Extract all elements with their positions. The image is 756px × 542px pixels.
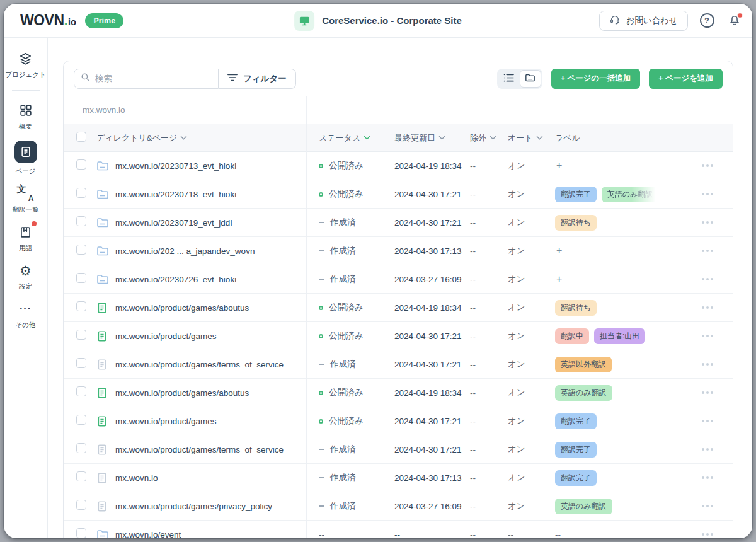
add-label-button[interactable]: + xyxy=(555,274,563,284)
column-header-auto[interactable]: オート xyxy=(508,132,555,144)
row-path[interactable]: mx.wovn.io/20230726_evt_hioki xyxy=(115,275,306,284)
table-row[interactable]: mx.wovn.io/product/games/privacy_policy … xyxy=(64,492,733,521)
row-menu-button[interactable] xyxy=(699,474,716,481)
row-menu-button[interactable] xyxy=(699,304,716,311)
row-labels: 翻訳完了英語のみ翻訳 xyxy=(555,187,692,202)
table-row[interactable]: mx.wovn.io/product/games/aboutus 公開済み 20… xyxy=(64,379,733,407)
sidebar-item-project[interactable]: プロジェクト xyxy=(4,50,47,79)
sidebar-item-overview[interactable]: 概要 xyxy=(4,102,47,131)
sidebar-item-glossary[interactable]: 用語 xyxy=(4,224,47,253)
list-view-button[interactable] xyxy=(498,70,520,88)
table-row[interactable]: mx.wovn.io/20230713_evt_hioki 公開済み 2024-… xyxy=(64,152,733,180)
row-checkbox[interactable] xyxy=(76,528,86,538)
search-icon xyxy=(81,72,90,84)
row-menu-button[interactable] xyxy=(699,502,716,510)
breadcrumb[interactable]: mx.wovn.io xyxy=(64,96,733,124)
row-menu-button[interactable] xyxy=(699,360,716,368)
row-path[interactable]: mx.wovn.io/product/games xyxy=(115,417,306,426)
row-exclusion: -- xyxy=(470,360,508,369)
row-checkbox[interactable] xyxy=(76,500,86,510)
row-exclusion: -- xyxy=(470,303,508,313)
notifications-button[interactable] xyxy=(726,12,743,30)
table-row[interactable]: mx.wovn.io/product/games 公開済み 2024-04-30… xyxy=(64,322,733,350)
contact-button[interactable]: お問い合わせ xyxy=(599,11,688,31)
label-badge: 英語のみ翻訳 xyxy=(602,187,659,202)
pages-card: フィルター xyxy=(63,61,733,538)
table-row[interactable]: mx.wovn.io/20230719_evt_jddl 作成済 2024-04… xyxy=(64,209,733,237)
row-checkbox[interactable] xyxy=(76,443,86,453)
sidebar-item-translations[interactable]: 文A 翻訳一覧 xyxy=(4,185,47,214)
site-title: CoreService.io - Corporate Site xyxy=(322,15,462,26)
row-path[interactable]: mx.wovn.io/20230718_evt_hioki xyxy=(115,190,306,199)
row-path[interactable]: mx.wovn.io/product/games/aboutus xyxy=(115,388,306,398)
column-header-exclusion[interactable]: 除外 xyxy=(470,132,508,144)
row-checkbox[interactable] xyxy=(76,188,86,198)
folder-view-button[interactable] xyxy=(520,70,541,88)
row-type-icon xyxy=(96,387,115,399)
wovn-logo[interactable]: WOVN.io xyxy=(20,12,76,29)
table-row[interactable]: mx.wovn.io/product/games/aboutus 公開済み 20… xyxy=(64,294,733,322)
row-checkbox[interactable] xyxy=(76,216,86,226)
sidebar-item-more[interactable]: ··· その他 xyxy=(4,301,47,330)
add-page-button[interactable]: + ページを追加 xyxy=(649,69,723,89)
table-row[interactable]: mx.wovn.io/20230718_evt_hioki 公開済み 2024-… xyxy=(64,180,733,209)
bulk-add-pages-button[interactable]: + ページの一括追加 xyxy=(551,69,641,89)
row-path[interactable]: mx.wovn.io/product/games/terms_of_servic… xyxy=(115,360,306,369)
site-selector[interactable]: CoreService.io - Corporate Site xyxy=(294,4,462,37)
select-all-checkbox[interactable] xyxy=(76,132,86,142)
table-row[interactable]: mx.wovn.io 作成済 2024-04-30 17:13 -- オン 翻訳… xyxy=(64,464,733,492)
row-menu-button[interactable] xyxy=(699,162,716,170)
table-row[interactable]: mx.wovn.io/product/games/terms_of_servic… xyxy=(64,350,733,379)
row-path[interactable]: mx.wovn.io/202 ... a_japandev_wovn xyxy=(115,246,306,256)
table-row[interactable]: mx.wovn.io/event -- -- -- -- -- xyxy=(64,521,733,538)
row-labels: 翻訳完了 xyxy=(555,442,692,458)
table-row[interactable]: mx.wovn.io/product/games/terms_of_servic… xyxy=(64,435,733,464)
row-labels: -- xyxy=(555,530,692,539)
row-path[interactable]: mx.wovn.io/event xyxy=(115,530,306,539)
status-text: 作成済 xyxy=(330,245,356,257)
row-exclusion: -- xyxy=(470,218,508,228)
row-auto: オン xyxy=(508,217,555,228)
row-status: 公開済み xyxy=(306,302,394,313)
row-checkbox[interactable] xyxy=(76,358,86,368)
row-checkbox[interactable] xyxy=(76,386,86,396)
filter-button[interactable]: フィルター xyxy=(219,69,296,89)
row-path[interactable]: mx.wovn.io/product/games/terms_of_servic… xyxy=(115,445,306,454)
row-path[interactable]: mx.wovn.io/20230719_evt_jddl xyxy=(115,218,306,228)
row-menu-button[interactable] xyxy=(699,332,716,340)
row-menu-button[interactable] xyxy=(699,417,716,425)
row-menu-button[interactable] xyxy=(699,247,716,255)
row-path[interactable]: mx.wovn.io xyxy=(115,473,306,483)
row-checkbox[interactable] xyxy=(76,245,86,255)
row-menu-button[interactable] xyxy=(699,389,716,396)
row-menu-button[interactable] xyxy=(699,219,716,226)
row-menu-button[interactable] xyxy=(699,275,716,283)
row-menu-button[interactable] xyxy=(699,190,716,198)
sidebar-item-pages[interactable]: ページ xyxy=(4,141,47,176)
row-checkbox[interactable] xyxy=(76,273,86,283)
row-checkbox[interactable] xyxy=(76,471,86,481)
column-header-updated[interactable]: 最終更新日 xyxy=(394,132,470,144)
column-header-path[interactable]: ディレクトリ&ページ xyxy=(96,132,306,144)
search-input[interactable] xyxy=(95,74,212,83)
row-path[interactable]: mx.wovn.io/product/games/aboutus xyxy=(115,303,306,313)
row-menu-button[interactable] xyxy=(699,531,716,538)
column-header-status[interactable]: ステータス xyxy=(306,132,394,144)
row-checkbox[interactable] xyxy=(76,301,86,311)
row-checkbox[interactable] xyxy=(76,159,86,170)
help-button[interactable]: ? xyxy=(698,12,716,30)
table-row[interactable]: mx.wovn.io/202 ... a_japandev_wovn 作成済 2… xyxy=(64,237,733,265)
row-checkbox[interactable] xyxy=(76,415,86,425)
row-path[interactable]: mx.wovn.io/product/games xyxy=(115,332,306,341)
table-row[interactable]: mx.wovn.io/20230726_evt_hioki 作成済 2024-0… xyxy=(64,265,733,294)
row-path[interactable]: mx.wovn.io/product/games/privacy_policy xyxy=(115,502,306,511)
sidebar-item-settings[interactable]: ⚙ 設定 xyxy=(4,262,47,291)
search-box[interactable] xyxy=(74,69,219,89)
row-checkbox[interactable] xyxy=(76,330,86,340)
label-badge: 英語のみ翻訳 xyxy=(555,385,612,401)
table-row[interactable]: mx.wovn.io/product/games 公開済み 2024-04-30… xyxy=(64,407,733,435)
add-label-button[interactable]: + xyxy=(555,246,563,256)
row-path[interactable]: mx.wovn.io/20230713_evt_hioki xyxy=(115,161,306,171)
add-label-button[interactable]: + xyxy=(555,161,563,171)
row-menu-button[interactable] xyxy=(699,446,716,453)
